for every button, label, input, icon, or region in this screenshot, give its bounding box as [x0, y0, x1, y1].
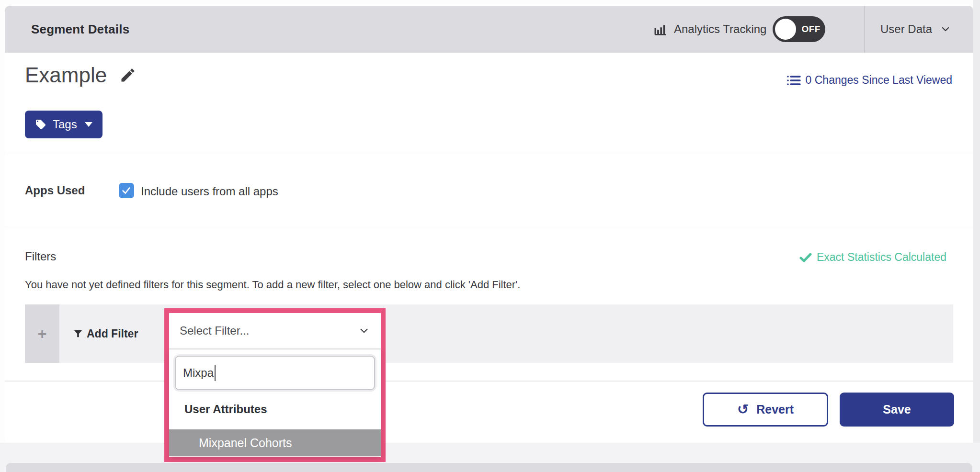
revert-button[interactable]: ↺ Revert — [703, 393, 828, 427]
user-data-label: User Data — [880, 22, 932, 36]
revert-button-label: Revert — [756, 403, 794, 416]
apps-used-label: Apps Used — [25, 184, 85, 197]
analytics-tracking-label: Analytics Tracking — [674, 22, 766, 36]
edit-pencil-icon[interactable] — [119, 67, 137, 84]
text-cursor — [215, 365, 216, 381]
page-title: Segment Details — [31, 22, 129, 37]
list-icon — [786, 74, 801, 87]
save-button-label: Save — [883, 403, 911, 416]
header-divider — [864, 6, 865, 53]
add-filter-control: Add Filter — [73, 304, 138, 363]
undo-icon: ↺ — [737, 403, 749, 416]
filter-dropdown-popup: Mixpa User Attributes Mixpanel Cohorts — [169, 349, 381, 456]
exact-statistics-status: Exact Statistics Calculated — [799, 251, 946, 264]
scrollbar-track[interactable] — [973, 0, 980, 472]
check-icon — [799, 252, 812, 263]
segment-title-card: Example 0 Changes Since Last Viewed — [5, 53, 973, 151]
include-all-apps-label[interactable]: Include users from all apps — [141, 185, 278, 198]
changes-since-last-viewed-link[interactable]: 0 Changes Since Last Viewed — [786, 74, 952, 87]
include-all-apps-checkbox[interactable] — [119, 183, 134, 198]
user-data-dropdown[interactable]: User Data — [880, 6, 951, 53]
filter-search-value: Mixpa — [183, 366, 214, 380]
page-header: Segment Details Analytics Tracking OFF U… — [5, 6, 973, 53]
chevron-down-icon — [940, 23, 951, 35]
tags-button-label: Tags — [53, 118, 77, 131]
highlight-annotation-box: Select Filter... Mixpa User Attributes M… — [164, 308, 386, 462]
toggle-state-label: OFF — [801, 24, 820, 34]
funnel-icon — [73, 328, 83, 339]
changes-link-label: 0 Changes Since Last Viewed — [806, 74, 952, 87]
tags-button[interactable]: Tags — [25, 111, 103, 138]
filter-search-input[interactable]: Mixpa — [175, 356, 375, 390]
add-filter-label: Add Filter — [87, 327, 138, 340]
collapsed-section-bar[interactable] — [6, 463, 972, 472]
segment-name-row: Example — [25, 63, 137, 87]
filter-option-mixpanel-cohorts[interactable]: Mixpanel Cohorts — [169, 429, 381, 456]
chevron-down-icon — [358, 325, 370, 337]
exact-statistics-label: Exact Statistics Calculated — [817, 251, 946, 264]
toggle-knob — [775, 19, 796, 40]
filter-select[interactable]: Select Filter... — [169, 313, 381, 349]
segment-name: Example — [25, 63, 107, 87]
check-icon — [121, 185, 132, 196]
bar-chart-icon — [653, 22, 668, 36]
tag-icon — [35, 119, 46, 130]
filter-option-label: Mixpanel Cohorts — [199, 436, 292, 450]
section-divider — [5, 381, 973, 382]
filter-select-value: Select Filter... — [180, 324, 249, 337]
caret-down-icon — [85, 122, 92, 127]
save-button[interactable]: Save — [840, 393, 954, 427]
add-filter-plus-button[interactable]: + — [25, 304, 59, 363]
analytics-tracking-toggle[interactable]: OFF — [773, 16, 825, 42]
filter-group-user-attributes: User Attributes — [184, 403, 381, 416]
filters-heading: Filters — [25, 250, 56, 263]
filters-card: Filters Exact Statistics Calculated You … — [5, 229, 973, 443]
apps-used-card: Apps Used Include users from all apps — [5, 154, 973, 226]
filters-description: You have not yet defined filters for thi… — [25, 279, 520, 291]
plus-icon: + — [38, 325, 47, 343]
analytics-tracking-group: Analytics Tracking OFF — [653, 6, 825, 53]
